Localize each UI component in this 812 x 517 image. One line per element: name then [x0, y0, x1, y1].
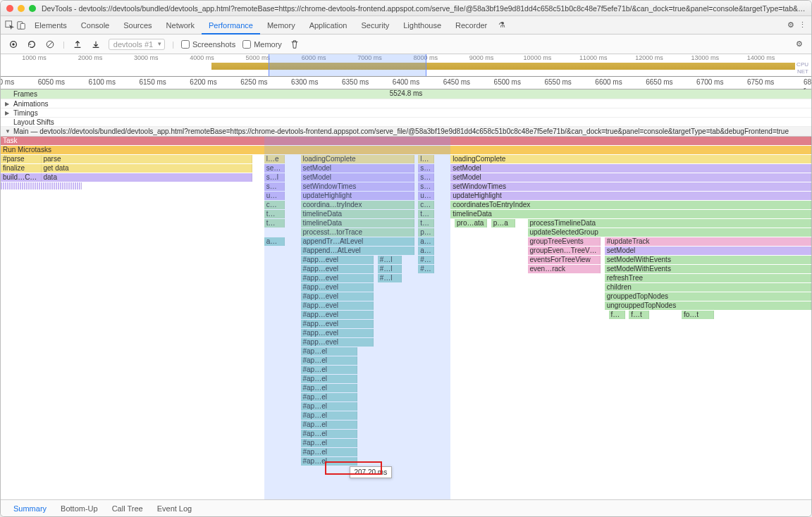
- flame-bar[interactable]: coordinatesToEntryIndex: [450, 201, 811, 209]
- flame-bar[interactable]: #…l: [378, 265, 402, 273]
- flame-bar[interactable]: s…: [418, 164, 434, 173]
- flame-bar[interactable]: setModel: [605, 247, 811, 255]
- flame-bar[interactable]: setModel: [301, 164, 414, 173]
- flame-bar[interactable]: setModel: [301, 173, 414, 182]
- close-icon[interactable]: [6, 5, 13, 12]
- settings-icon[interactable]: ⚙: [794, 39, 804, 49]
- flame-bar[interactable]: #ap…el: [301, 439, 358, 447]
- flame-bar[interactable]: #…l: [378, 274, 402, 282]
- flame-bar[interactable]: groupTreeEvents: [528, 237, 601, 246]
- more-icon[interactable]: ⋮: [797, 20, 807, 30]
- main-thread-header[interactable]: ▼ Main — devtools://devtools/bundled/dev…: [1, 127, 811, 137]
- flame-bar[interactable]: updateSelectedGroup: [528, 228, 812, 237]
- flame-bar[interactable]: processt…torTrace: [301, 228, 414, 237]
- flame-bar[interactable]: #ap…el: [301, 411, 358, 420]
- tab-elements[interactable]: Elements: [27, 18, 74, 33]
- flame-bar[interactable]: t…: [264, 219, 285, 228]
- flame-bar[interactable]: fo…t: [682, 311, 714, 319]
- inspect-icon[interactable]: [5, 20, 15, 30]
- flame-bar[interactable]: setWindowTimes: [301, 182, 414, 191]
- tab-network[interactable]: Network: [159, 18, 202, 33]
- details-tab-summary[interactable]: Summary: [6, 502, 54, 516]
- flame-bar[interactable]: #updateTrack: [605, 237, 811, 246]
- tab-console[interactable]: Console: [74, 18, 116, 33]
- flame-bar[interactable]: updateHighlight: [301, 192, 414, 200]
- flame-bar[interactable]: ungrouppedTopNodes: [605, 301, 811, 310]
- flame-bar[interactable]: #ap…el: [301, 384, 358, 392]
- flame-bar[interactable]: Run Microtasks: [1, 146, 811, 154]
- time-ruler[interactable]: 6000 ms6050 ms6100 ms6150 ms6200 ms6250 …: [1, 77, 811, 89]
- flame-bar[interactable]: #append…AtLevel: [301, 247, 414, 255]
- flame-bar[interactable]: se…l: [264, 164, 285, 173]
- flame-bar[interactable]: s…: [264, 182, 285, 191]
- flame-bar[interactable]: u…: [264, 192, 285, 200]
- flame-bar[interactable]: timelineData: [301, 219, 414, 228]
- details-tab-event-log[interactable]: Event Log: [150, 502, 199, 516]
- upload-button[interactable]: [72, 39, 83, 50]
- flame-bar[interactable]: #ap…el: [301, 448, 358, 456]
- reload-record-button[interactable]: [26, 39, 37, 50]
- overview-selection[interactable]: [269, 54, 426, 76]
- flame-bar[interactable]: #app…evel: [301, 274, 374, 282]
- flame-bar[interactable]: #parse: [1, 155, 42, 163]
- flame-bar[interactable]: pro…ata: [455, 219, 487, 228]
- flame-bar[interactable]: #…l: [418, 265, 434, 273]
- flame-bar[interactable]: #…l: [378, 256, 402, 264]
- flame-bar[interactable]: children: [605, 283, 811, 292]
- flame-bar[interactable]: processTimelineData: [528, 219, 812, 228]
- flame-bar[interactable]: timelineData: [301, 210, 414, 218]
- flame-bar[interactable]: #app…evel: [301, 320, 374, 328]
- flame-bar[interactable]: #app…evel: [301, 256, 374, 264]
- flame-bar[interactable]: c…: [418, 201, 434, 209]
- profile-select[interactable]: devtools #1: [109, 39, 165, 50]
- tab-lighthouse[interactable]: Lighthouse: [396, 18, 448, 33]
- flame-bar[interactable]: #ap…el: [301, 402, 358, 411]
- flame-bar[interactable]: p…: [418, 228, 434, 237]
- flame-bar[interactable]: #app…evel: [301, 292, 374, 301]
- flame-bar[interactable]: grouppedTopNodes: [605, 292, 811, 301]
- flame-bar[interactable]: f…t: [629, 311, 649, 319]
- flame-bar[interactable]: updateHighlight: [450, 192, 811, 200]
- flame-bar[interactable]: #ap…el: [301, 347, 358, 356]
- flame-bar[interactable]: f…: [609, 311, 625, 319]
- flame-bar[interactable]: s…l: [264, 173, 285, 182]
- animations-track[interactable]: ▶ Animations: [1, 99, 811, 108]
- flame-bar[interactable]: build…Calls: [1, 173, 42, 182]
- flame-bar[interactable]: timelineData: [450, 210, 811, 218]
- overview-minimap[interactable]: 1000 ms2000 ms3000 ms4000 ms5000 ms6000 …: [1, 54, 811, 77]
- flame-bar[interactable]: data: [42, 173, 252, 182]
- flame-bar[interactable]: refreshTree: [605, 274, 811, 282]
- record-button[interactable]: [8, 39, 19, 50]
- flame-bar[interactable]: t…: [418, 210, 434, 218]
- flame-bar[interactable]: setWindowTimes: [450, 182, 811, 191]
- flame-bar[interactable]: u…: [418, 192, 434, 200]
- flame-bar[interactable]: groupEven…TreeView: [528, 247, 601, 255]
- tab-recorder[interactable]: Recorder: [448, 18, 494, 33]
- memory-checkbox[interactable]: Memory: [242, 40, 282, 49]
- clear-button[interactable]: [44, 39, 56, 50]
- tab-performance[interactable]: Performance: [202, 18, 260, 35]
- tab-sources[interactable]: Sources: [116, 18, 159, 33]
- flame-bar[interactable]: eventsForTreeView: [528, 256, 601, 264]
- flame-chart[interactable]: TaskRun Microtasks#parseparsel…eloadingC…: [1, 137, 811, 499]
- layout-shifts-track[interactable]: Layout Shifts: [1, 118, 811, 127]
- flame-bar[interactable]: #app…evel: [301, 283, 374, 292]
- details-tab-call-tree[interactable]: Call Tree: [105, 502, 150, 516]
- gear-icon[interactable]: ⚙: [786, 20, 796, 30]
- flame-bar[interactable]: appendTr…AtLevel: [301, 237, 414, 246]
- flame-bar[interactable]: p…a: [491, 219, 516, 228]
- download-button[interactable]: [90, 39, 102, 50]
- trash-icon[interactable]: [289, 39, 300, 50]
- flame-bar[interactable]: #app…evel: [301, 265, 374, 273]
- device-icon[interactable]: [16, 20, 26, 30]
- zoom-icon[interactable]: [29, 5, 36, 12]
- flame-bar[interactable]: #ap…el: [301, 421, 358, 429]
- flame-bar[interactable]: l…e: [264, 155, 285, 163]
- traffic-lights[interactable]: [6, 5, 36, 12]
- flame-bar[interactable]: a…: [418, 247, 434, 255]
- screenshots-checkbox[interactable]: Screenshots: [181, 40, 235, 49]
- flame-bar[interactable]: #ap…el: [301, 430, 358, 438]
- flame-bar[interactable]: #ap…el: [301, 356, 358, 365]
- flame-bar[interactable]: loadingComplete: [301, 155, 414, 163]
- flame-bar[interactable]: coordina…tryIndex: [301, 201, 414, 209]
